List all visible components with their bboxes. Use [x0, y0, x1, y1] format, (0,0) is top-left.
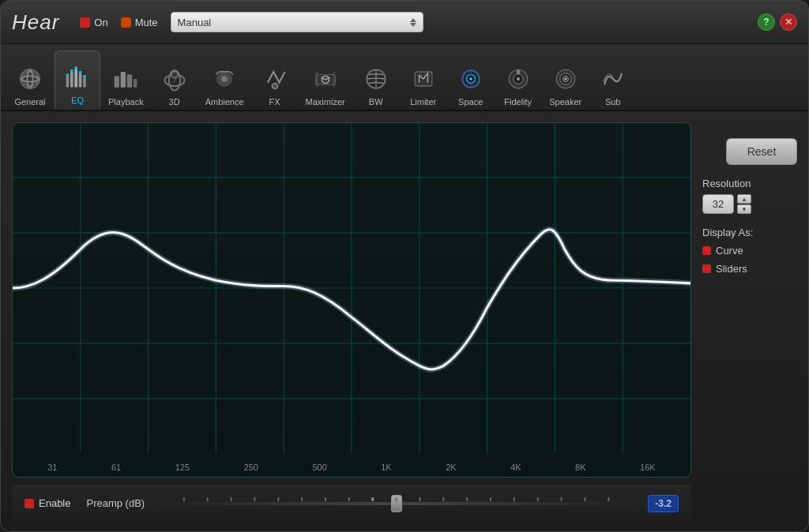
resolution-value: 32 [702, 194, 734, 214]
freq-1k: 1K [381, 463, 391, 472]
tab-limiter-label: Limiter [410, 97, 436, 107]
tab-playback[interactable]: Playback [102, 51, 150, 110]
freq-500: 500 [312, 463, 326, 472]
freq-4k: 4K [510, 463, 521, 472]
tab-speaker-label: Speaker [549, 97, 581, 107]
svg-rect-6 [74, 69, 77, 87]
preamp-track [160, 502, 632, 505]
svg-rect-42 [517, 69, 520, 73]
freq-8k: 8K [575, 463, 585, 472]
enable-button[interactable]: Enable [24, 497, 70, 509]
resolution-up-button[interactable]: ▲ [737, 194, 751, 204]
preset-arrows [410, 18, 416, 27]
svg-rect-4 [66, 76, 70, 87]
playback-icon [110, 63, 141, 95]
svg-rect-14 [115, 76, 119, 87]
svg-rect-11 [74, 67, 77, 69]
limiter-icon [408, 63, 439, 95]
tab-fx-label: FX [269, 97, 280, 107]
fx-icon [259, 63, 291, 95]
close-icon: ✕ [785, 17, 792, 28]
display-sliders-option[interactable]: Sliders [702, 263, 797, 275]
svg-rect-8 [83, 77, 86, 88]
svg-rect-15 [121, 72, 126, 88]
sliders-indicator [702, 264, 711, 273]
space-icon [455, 63, 487, 95]
eq-chart[interactable]: 31 61 125 250 500 1K 2K 4K 8K 16K [12, 122, 691, 478]
tab-fx[interactable]: FX [252, 51, 298, 110]
tab-3d[interactable]: 3D [152, 51, 198, 110]
tab-maximizer[interactable]: Maximizer [299, 51, 352, 110]
bw-icon [360, 63, 392, 95]
tab-maximizer-label: Maximizer [306, 97, 345, 107]
tab-space-label: Space [458, 97, 483, 107]
svg-rect-9 [66, 74, 70, 77]
enable-indicator [24, 499, 34, 508]
freq-125: 125 [175, 463, 190, 472]
main-content: 31 61 125 250 500 1K 2K 4K 8K 16K Enable [1, 111, 808, 531]
speaker-icon [550, 63, 581, 95]
tab-ambience[interactable]: Ambience [199, 51, 250, 110]
ambience-icon [209, 63, 240, 95]
mute-button[interactable]: Mute [121, 17, 158, 28]
bottom-bar: Enable Preamp (dB) [12, 485, 691, 520]
enable-label: Enable [39, 497, 70, 509]
maximizer-icon [310, 63, 341, 95]
freq-16k: 16K [640, 463, 656, 472]
svg-point-36 [469, 77, 472, 81]
on-label: On [94, 17, 107, 28]
tab-sub-label: Sub [605, 97, 621, 107]
preset-up-arrow [410, 18, 416, 22]
tab-fidelity[interactable]: Fidelity [495, 51, 541, 110]
svg-rect-5 [70, 72, 73, 88]
freq-61: 61 [111, 463, 121, 472]
preamp-value: -3.2 [648, 495, 679, 512]
freq-2k: 2K [446, 463, 456, 472]
mute-indicator [121, 17, 131, 28]
tab-sub[interactable]: Sub [590, 51, 636, 110]
svg-rect-7 [79, 73, 82, 88]
svg-point-41 [517, 77, 520, 81]
tab-speaker[interactable]: Speaker [543, 51, 589, 110]
svg-point-24 [221, 76, 227, 81]
tab-bw[interactable]: BW [353, 51, 399, 110]
tab-eq[interactable]: EQ [55, 51, 100, 110]
preamp-label: Preamp (dB) [86, 497, 145, 509]
preset-dropdown[interactable]: Manual [171, 12, 423, 32]
on-button[interactable]: On [80, 17, 107, 28]
display-sliders-label: Sliders [716, 263, 747, 275]
reset-button[interactable]: Reset [726, 138, 797, 165]
display-curve-option[interactable]: Curve [702, 245, 797, 257]
help-icon: ? [763, 17, 769, 28]
display-section: Display As: Curve Sliders [702, 227, 797, 275]
resolution-down-button[interactable]: ▼ [737, 204, 751, 214]
svg-point-25 [272, 83, 277, 88]
tab-space[interactable]: Space [448, 51, 494, 110]
sub-icon [597, 63, 629, 95]
svg-point-1 [24, 73, 36, 85]
tab-ambience-label: Ambience [205, 97, 244, 107]
resolution-control: 32 ▲ ▼ [702, 194, 797, 214]
eq-panel: 31 61 125 250 500 1K 2K 4K 8K 16K Enable [12, 122, 691, 520]
tab-general[interactable]: General [7, 51, 53, 110]
close-button[interactable]: ✕ [780, 13, 797, 31]
svg-rect-10 [70, 69, 73, 72]
tab-bw-label: BW [369, 97, 383, 107]
svg-rect-13 [83, 75, 86, 77]
general-icon [14, 63, 46, 95]
preamp-thumb[interactable] [391, 495, 402, 512]
tab-3d-label: 3D [169, 97, 180, 107]
curve-indicator [702, 246, 711, 255]
display-curve-label: Curve [716, 245, 743, 257]
preamp-slider[interactable] [160, 496, 632, 511]
svg-rect-16 [127, 75, 132, 88]
help-button[interactable]: ? [758, 13, 775, 31]
resolution-arrows: ▲ ▼ [737, 194, 751, 214]
mute-label: Mute [135, 17, 158, 28]
header: Hear On Mute Manual ? ✕ [1, 1, 808, 44]
eq-icon [62, 62, 93, 93]
tab-fidelity-label: Fidelity [504, 97, 532, 107]
tab-limiter[interactable]: Limiter [401, 51, 446, 110]
3d-icon [159, 63, 190, 95]
svg-rect-17 [134, 79, 137, 88]
